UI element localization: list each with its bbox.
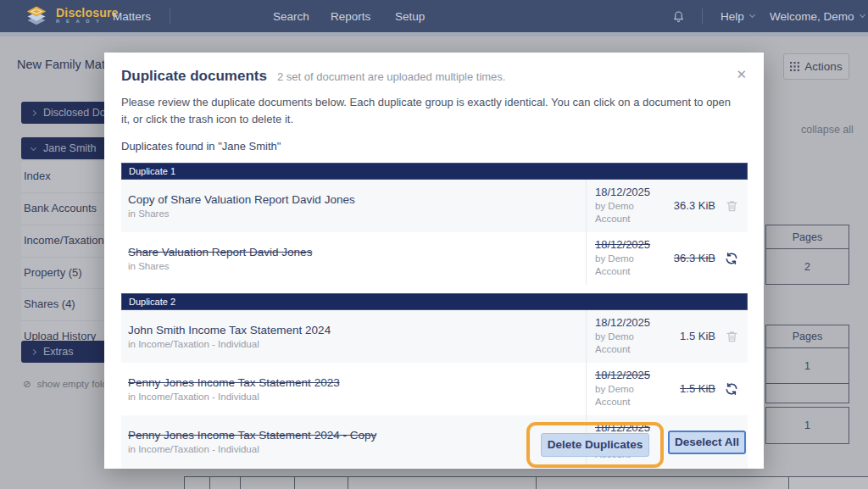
document-date: 18/12/2025	[595, 238, 663, 253]
welcome-label: Welcome, Demo	[770, 10, 854, 23]
document-size: 36.3 KiB	[666, 232, 715, 285]
nav-item-search[interactable]: Search	[273, 0, 309, 32]
document-meta: 18/12/2025 by Demo Account	[586, 310, 666, 363]
document-row[interactable]: Share Valuation Report David Jones in Sh…	[121, 232, 748, 285]
delete-duplicates-button[interactable]: Delete Duplicates	[541, 433, 649, 457]
brand-name: Disclosure	[56, 8, 119, 19]
document-uploader: by Demo	[595, 383, 663, 397]
close-icon[interactable]: ✕	[732, 64, 750, 86]
document-meta: 18/12/2025 by Demo Account	[586, 232, 666, 285]
duplicate-group-1: Duplicate 1 Copy of Share Valuation Repo…	[121, 163, 748, 285]
disclosure-logo-icon	[24, 3, 49, 28]
document-info: Copy of Share Valuation Report David Jon…	[121, 180, 586, 232]
document-name: John Smith Income Tax Statement 2024	[128, 324, 577, 336]
document-row[interactable]: Penny Jones Income Tax Statement 2023 in…	[121, 363, 748, 415]
nav-menu-help[interactable]: Help	[721, 0, 754, 32]
modal-description: Please review the duplicate documents be…	[121, 94, 748, 127]
document-uploader: by Demo	[595, 331, 663, 344]
document-uploader: by Demo	[595, 200, 663, 214]
document-uploader: Account	[595, 343, 663, 357]
top-navbar: Disclosure R E A D Y Matters Search Repo…	[0, 0, 868, 32]
document-date: 18/12/2025	[595, 186, 663, 200]
document-date: 18/12/2025	[595, 369, 663, 383]
duplicate-group-header: Duplicate 2	[121, 293, 748, 310]
document-info: Penny Jones Income Tax Statement 2024 - …	[121, 415, 586, 468]
document-location: in Shares	[128, 208, 577, 219]
document-uploader: Account	[595, 396, 663, 409]
trash-icon[interactable]	[715, 310, 748, 363]
document-size: 1.5 KiB	[666, 310, 715, 363]
nav-divider	[702, 8, 703, 24]
restore-icon[interactable]	[715, 232, 748, 285]
restore-icon[interactable]	[715, 363, 748, 415]
document-row[interactable]: Copy of Share Valuation Report David Jon…	[121, 180, 748, 232]
brand-logo[interactable]: Disclosure R E A D Y	[24, 3, 119, 28]
modal-footer: Delete Duplicates Deselect All	[526, 422, 746, 462]
document-uploader: by Demo	[595, 253, 663, 266]
document-info: Penny Jones Income Tax Statement 2023 in…	[121, 363, 586, 415]
nav-item-setup[interactable]: Setup	[395, 0, 425, 32]
help-label: Help	[721, 10, 744, 23]
chevron-down-icon	[859, 12, 865, 18]
deselect-all-button[interactable]: Deselect All	[668, 431, 746, 454]
nav-divider	[170, 8, 170, 24]
nav-menu-user[interactable]: Welcome, Demo	[770, 0, 865, 32]
document-size: 36.3 KiB	[666, 180, 715, 232]
app-window: New Family Matte Disclosed Doc Jane Smit…	[0, 0, 868, 489]
document-date: 18/12/2025	[595, 316, 663, 331]
document-meta: 18/12/2025 by Demo Account	[586, 363, 666, 415]
document-location: in Income/Taxation - Individual	[128, 444, 577, 454]
document-name: Penny Jones Income Tax Statement 2024 - …	[128, 429, 577, 442]
duplicate-group-header: Duplicate 1	[121, 163, 748, 180]
document-meta: 18/12/2025 by Demo Account	[586, 180, 666, 232]
modal-subtitle: 2 set of document are uploaded multiple …	[277, 70, 506, 83]
duplicate-documents-modal: Duplicate documents 2 set of document ar…	[104, 53, 764, 469]
document-info: John Smith Income Tax Statement 2024 in …	[121, 310, 586, 363]
document-name: Share Valuation Report David Jones	[128, 246, 577, 258]
duplicates-found-in-label: Duplicates found in "Jane Smith"	[121, 140, 748, 153]
document-name: Penny Jones Income Tax Statement 2023	[128, 376, 577, 389]
nav-item-reports[interactable]: Reports	[331, 0, 370, 32]
document-name: Copy of Share Valuation Report David Jon…	[128, 193, 577, 206]
chevron-down-icon	[749, 12, 755, 18]
document-uploader: Account	[595, 213, 663, 226]
document-size: 1.5 KiB	[666, 363, 715, 415]
document-uploader: Account	[595, 265, 663, 279]
document-row[interactable]: John Smith Income Tax Statement 2024 in …	[121, 310, 748, 363]
highlight-annotation: Delete Duplicates	[526, 422, 664, 468]
document-info: Share Valuation Report David Jones in Sh…	[121, 232, 586, 285]
modal-header: Duplicate documents 2 set of document ar…	[121, 68, 748, 85]
notifications-bell-icon[interactable]	[672, 0, 685, 32]
document-location: in Shares	[128, 261, 577, 271]
modal-title: Duplicate documents	[121, 68, 267, 85]
nav-item-matters[interactable]: Matters	[113, 0, 151, 32]
trash-icon[interactable]	[715, 180, 748, 232]
document-location: in Income/Taxation - Individual	[128, 392, 577, 402]
document-location: in Income/Taxation - Individual	[128, 339, 577, 349]
